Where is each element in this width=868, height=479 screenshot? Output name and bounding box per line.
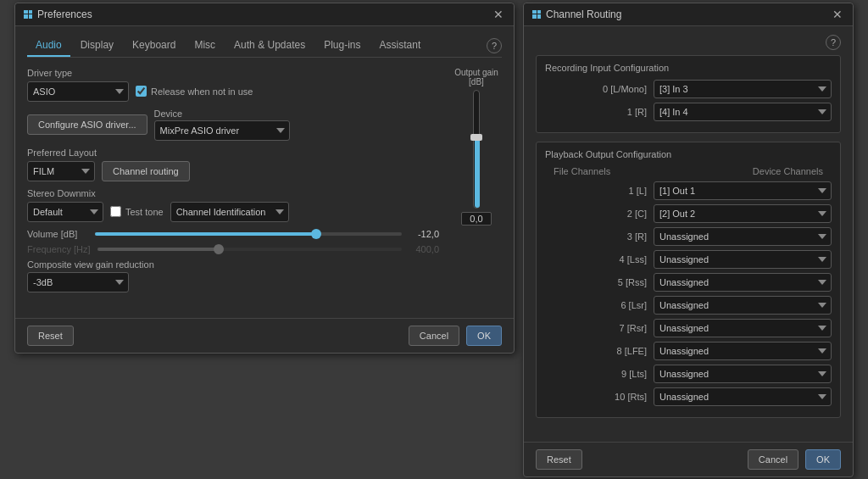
preferred-layout-label: Preferred Layout <box>27 148 439 158</box>
play-channel-select-4[interactable]: Unassigned <box>654 273 832 292</box>
routing-title: Channel Routing <box>546 8 621 20</box>
play-channel-select-2[interactable]: Unassigned <box>654 227 832 246</box>
tab-misc[interactable]: Misc <box>186 35 224 57</box>
tab-audio[interactable]: Audio <box>27 35 70 57</box>
routing-close-button[interactable]: ✕ <box>831 8 844 20</box>
playback-row-4: 5 [Rss] Unassigned <box>545 273 832 292</box>
prefs-cancel-button[interactable]: Cancel <box>409 326 459 346</box>
play-channel-select-7[interactable]: Unassigned <box>654 342 832 360</box>
playback-headers: File Channels Device Channels <box>545 166 832 180</box>
playback-row-7: 8 [LFE] Unassigned <box>545 342 832 360</box>
tab-auth-updates[interactable]: Auth & Updates <box>225 35 314 57</box>
play-channel-label-2: 3 [R] <box>604 231 647 242</box>
play-channel-select-9[interactable]: Unassigned <box>654 387 832 406</box>
frequency-slider <box>97 248 402 251</box>
audio-main: Driver type ASIO Release when not in use… <box>27 68 502 299</box>
configure-device-row: Configure ASIO driver... Device MixPre A… <box>27 109 439 141</box>
release-label: Release when not in use <box>151 86 253 97</box>
stereo-downmix-row: Default Test tone Channel Identification <box>27 202 439 222</box>
tab-display[interactable]: Display <box>72 35 122 57</box>
release-checkbox-row: Release when not in use <box>136 86 253 97</box>
prefs-help-icon[interactable]: ? <box>487 38 502 53</box>
release-checkbox[interactable] <box>136 86 147 97</box>
play-channel-label-9: 10 [Rts] <box>604 392 647 402</box>
composite-select[interactable]: -3dB <box>27 272 129 292</box>
play-channel-label-0: 1 [L] <box>604 186 647 196</box>
frequency-row: Frequency [Hz] 400,0 <box>27 244 439 254</box>
device-channels-header: Device Channels <box>753 166 823 176</box>
routing-reset-button[interactable]: Reset <box>536 449 582 470</box>
test-tone-checkbox[interactable] <box>110 206 121 217</box>
rec-channel-select-1[interactable]: [4] In 4 <box>654 103 832 121</box>
recording-row-0: 0 [L/Mono] [3] In 3 <box>545 80 832 98</box>
play-channel-select-3[interactable]: Unassigned <box>654 250 832 269</box>
channel-id-select[interactable]: Channel Identification <box>170 202 289 222</box>
device-select[interactable]: MixPre ASIO driver <box>154 120 290 141</box>
play-channel-label-7: 8 [LFE] <box>604 346 647 356</box>
playback-row-2: 3 [R] Unassigned <box>545 227 832 246</box>
volume-slider[interactable] <box>95 232 402 236</box>
play-channel-label-1: 2 [C] <box>604 209 647 219</box>
routing-footer: Reset Cancel OK <box>524 442 853 476</box>
stereo-downmix-label: Stereo Downmix <box>27 188 439 198</box>
playback-title: Playback Output Configuration <box>545 149 832 159</box>
stereo-downmix-select[interactable]: Default <box>27 202 103 222</box>
prefs-ok-button[interactable]: OK <box>466 326 502 346</box>
volume-row: Volume [dB] -12,0 <box>27 229 439 239</box>
playback-row-6: 7 [Rsr] Unassigned <box>545 319 832 337</box>
play-channel-label-4: 5 [Rss] <box>604 277 647 287</box>
rec-channel-label-1: 1 [R] <box>604 107 647 117</box>
volume-label: Volume [dB] <box>27 229 88 239</box>
prefs-titlebar: Preferences ✕ <box>15 3 514 26</box>
play-channel-select-5[interactable]: Unassigned <box>654 296 832 315</box>
driver-type-select[interactable]: ASIO <box>27 81 129 102</box>
play-channel-select-1[interactable]: [2] Out 2 <box>654 204 832 223</box>
playback-row-0: 1 [L] [1] Out 1 <box>545 181 832 200</box>
play-channel-select-0[interactable]: [1] Out 1 <box>654 181 832 200</box>
driver-type-row: ASIO Release when not in use <box>27 81 439 102</box>
tab-keyboard[interactable]: Keyboard <box>124 35 184 57</box>
output-gain-slider[interactable] <box>473 90 480 209</box>
routing-content: ? Recording Input Configuration 0 [L/Mon… <box>524 26 853 435</box>
playback-row-8: 9 [Lts] Unassigned <box>545 365 832 383</box>
rec-channel-select-0[interactable]: [3] In 3 <box>654 80 832 98</box>
composite-label: Composite view gain reduction <box>27 259 154 270</box>
play-channel-label-8: 9 [Lts] <box>604 369 647 379</box>
file-channels-header: File Channels <box>554 166 610 176</box>
volume-value: -12,0 <box>409 229 439 239</box>
channel-routing-dialog: Channel Routing ✕ ? Recording Input Conf… <box>523 3 854 477</box>
routing-help-icon[interactable]: ? <box>826 35 841 50</box>
recording-row-1: 1 [R] [4] In 4 <box>545 103 832 121</box>
channel-routing-button[interactable]: Channel routing <box>102 161 190 181</box>
configure-asio-button[interactable]: Configure ASIO driver... <box>27 114 147 135</box>
test-tone-label: Test tone <box>125 207 164 217</box>
gain-value: 0,0 <box>461 212 492 226</box>
preferred-layout-select[interactable]: FILM <box>27 161 95 181</box>
composite-row: Composite view gain reduction -3dB <box>27 259 439 292</box>
tab-plugins[interactable]: Plug-ins <box>315 35 369 57</box>
recording-section: Recording Input Configuration 0 [L/Mono]… <box>536 55 841 133</box>
rec-channel-label-0: 0 [L/Mono] <box>603 84 647 94</box>
playback-row-1: 2 [C] [2] Out 2 <box>545 204 832 223</box>
output-gain-label: Output gain [dB] <box>451 68 502 86</box>
recording-title: Recording Input Configuration <box>545 63 832 73</box>
frequency-label: Frequency [Hz] <box>27 244 91 254</box>
play-channel-select-8[interactable]: Unassigned <box>654 365 832 383</box>
prefs-reset-button[interactable]: Reset <box>27 326 74 346</box>
preferences-dialog: Preferences ✕ Audio Display Keyboard Mis… <box>14 3 515 354</box>
tab-assistant[interactable]: Assistant <box>371 35 430 57</box>
play-channel-select-6[interactable]: Unassigned <box>654 319 832 337</box>
app-icon <box>24 10 32 19</box>
playback-row-5: 6 [Lsr] Unassigned <box>545 296 832 315</box>
frequency-value: 400,0 <box>409 244 439 254</box>
routing-ok-button[interactable]: OK <box>805 449 841 470</box>
prefs-close-button[interactable]: ✕ <box>492 8 505 20</box>
routing-app-icon <box>532 10 541 19</box>
prefs-title: Preferences <box>37 8 92 20</box>
playback-section: Playback Output Configuration File Chann… <box>536 142 841 418</box>
audio-left: Driver type ASIO Release when not in use… <box>27 68 439 299</box>
routing-cancel-button[interactable]: Cancel <box>748 449 798 470</box>
audio-right: Output gain [dB] 0,0 <box>451 68 502 299</box>
playback-row-9: 10 [Rts] Unassigned <box>545 387 832 406</box>
driver-type-label: Driver type <box>27 68 439 78</box>
